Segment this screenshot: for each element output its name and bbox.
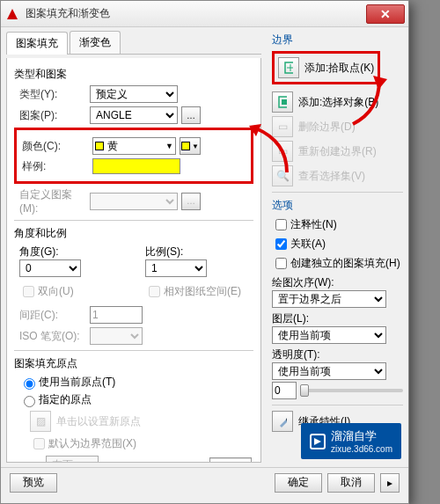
preview-button[interactable]: 预览 (10, 473, 57, 493)
color-select[interactable]: 黄 ▼ (92, 137, 176, 155)
app-icon (4, 6, 20, 22)
set-origin-label: 单击以设置新原点 (56, 414, 141, 429)
pattern-label: 图案(P): (19, 108, 90, 123)
expand-dialog-button[interactable]: ▸ (380, 473, 400, 493)
dialog-footer: 预览 确定 取消 ▸ (1, 467, 408, 497)
dialog-title: 图案填充和渐变色 (26, 6, 366, 21)
default-bounds-label: 默认为边界范围(X) (48, 436, 136, 451)
paper-space-label: 相对图纸空间(E) (164, 284, 241, 299)
custom-pattern-select (90, 193, 178, 210)
iso-label: ISO 笔宽(O): (19, 329, 90, 344)
associative-label: 关联(A) (290, 237, 326, 252)
angle-input[interactable]: 0 (19, 259, 81, 277)
specified-origin-radio[interactable] (24, 396, 35, 407)
inherit-properties-button[interactable] (272, 411, 293, 432)
angle-label: 角度(G): (19, 245, 128, 259)
use-current-origin-radio[interactable] (24, 378, 35, 390)
draw-order-label: 绘图次序(W): (272, 275, 403, 290)
tab-bar: 图案填充 渐变色 (6, 31, 261, 55)
custom-pattern-browse: … (181, 193, 201, 210)
svg-rect-5 (282, 99, 287, 105)
iso-select (90, 327, 143, 345)
annotative-label: 注释性(N) (290, 217, 337, 232)
svg-marker-0 (7, 9, 18, 19)
ok-button[interactable]: 确定 (275, 473, 322, 493)
background-color-select[interactable]: ▼ (180, 137, 201, 155)
close-button[interactable]: ✕ (366, 4, 405, 24)
pattern-browse-button[interactable]: … (181, 106, 201, 124)
default-bounds-checkbox (33, 438, 45, 449)
chevron-down-icon: ▼ (165, 142, 173, 150)
watermark-url: zixue.3d66.com (331, 444, 392, 454)
section-boundary: 边界 (272, 33, 403, 47)
draw-order-select[interactable]: 置于边界之后 (272, 290, 386, 308)
add-select-objects-label: 添加:选择对象(B) (298, 95, 378, 110)
recreate-boundary-label: 重新创建边界(R) (298, 144, 377, 159)
view-selection-label: 查看选择集(V) (298, 169, 365, 184)
transparency-select[interactable]: 使用当前项 (272, 362, 386, 380)
double-label: 双向(U) (38, 284, 74, 299)
recreate-boundary-button: ▭ (272, 141, 293, 162)
layer-label: 图层(L): (272, 311, 403, 326)
set-origin-button: ▨ (30, 411, 51, 432)
svg-marker-9 (314, 438, 321, 445)
watermark-brand: 溜溜自学 (331, 428, 392, 444)
use-current-origin-label: 使用当前原点(T) (39, 375, 115, 390)
pattern-select[interactable]: ANGLE (90, 106, 178, 124)
highlight-add-pick: 添加:拾取点(K) (272, 51, 380, 84)
layer-select[interactable]: 使用当前项 (272, 326, 386, 344)
tab-hatch[interactable]: 图案填充 (6, 32, 68, 55)
spacing-input (90, 306, 143, 324)
view-selection-button: 🔍 (272, 165, 293, 186)
color-label: 颜色(C): (22, 139, 92, 154)
titlebar[interactable]: 图案填充和渐变色 ✕ (1, 1, 408, 27)
separate-hatch-checkbox[interactable] (275, 258, 287, 269)
play-icon (310, 434, 326, 449)
section-options: 选项 (272, 198, 403, 213)
section-angle-scale: 角度和比例 (14, 226, 253, 241)
section-origin: 图案填充原点 (14, 356, 253, 371)
scale-input[interactable]: 1 (145, 259, 207, 277)
section-type-pattern: 类型和图案 (14, 67, 253, 82)
type-label: 类型(Y): (19, 87, 90, 102)
associative-checkbox[interactable] (275, 238, 287, 250)
transparency-value-input[interactable] (272, 382, 297, 399)
add-select-objects-button[interactable] (272, 91, 293, 113)
origin-preview (209, 457, 252, 463)
transparency-label: 透明度(T): (272, 347, 403, 362)
annotative-checkbox[interactable] (275, 219, 287, 230)
type-select[interactable]: 预定义 (90, 85, 178, 103)
double-checkbox (23, 286, 34, 297)
add-pick-point-button[interactable] (278, 57, 299, 78)
remove-boundary-button: ▭ (272, 116, 293, 137)
spacing-label: 间距(C): (19, 308, 90, 323)
watermark: 溜溜自学 zixue.3d66.com (301, 423, 401, 459)
remove-boundary-label: 删除边界(D) (298, 120, 356, 135)
sample-swatch[interactable] (92, 158, 180, 174)
paper-space-checkbox (149, 286, 160, 297)
sample-label: 样例: (22, 159, 92, 174)
separate-hatch-label: 创建独立的图案填充(H) (290, 256, 400, 271)
highlight-color-sample: 颜色(C): 黄 ▼ ▼ 样例: (14, 128, 253, 184)
custom-pattern-label: 自定义图案(M): (19, 187, 90, 215)
specified-origin-label: 指定的原点 (39, 392, 92, 407)
origin-position-select: 左下 (46, 456, 99, 463)
transparency-slider[interactable] (300, 389, 403, 392)
cancel-button[interactable]: 取消 (327, 473, 375, 493)
hatch-dialog: 图案填充和渐变色 ✕ 图案填充 渐变色 类型和图案 类型(Y): 预定义 图案(… (0, 0, 409, 504)
scale-label: 比例(S): (145, 245, 253, 259)
add-pick-point-label: 添加:拾取点(K) (304, 61, 374, 76)
color-swatch-icon (95, 142, 104, 150)
color-value: 黄 (107, 139, 118, 154)
tab-gradient[interactable]: 渐变色 (70, 31, 121, 54)
